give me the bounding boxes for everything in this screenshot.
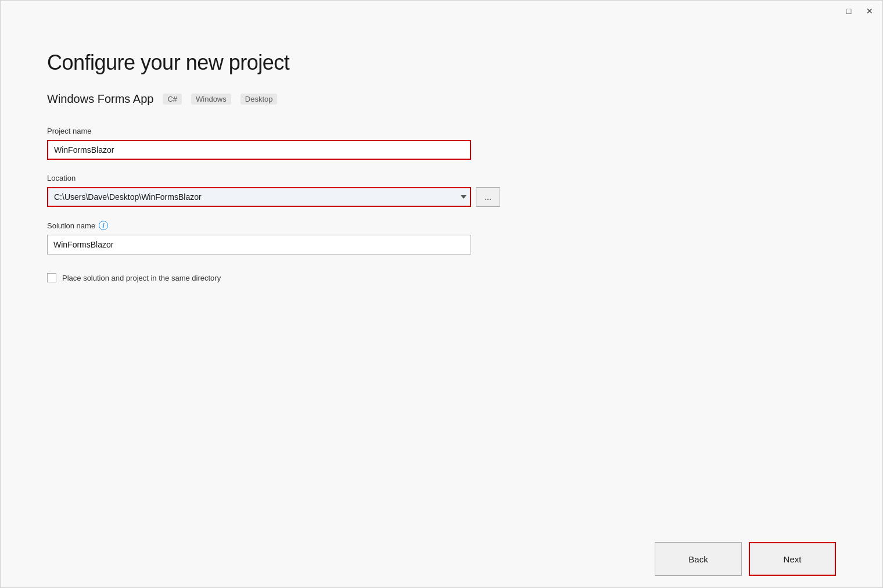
location-select[interactable]: C:\Users\Dave\Desktop\WinFormsBlazor bbox=[47, 187, 471, 207]
same-directory-row: Place solution and project in the same d… bbox=[47, 273, 836, 282]
close-button[interactable]: ✕ bbox=[864, 5, 875, 17]
solution-name-section: Solution name i bbox=[47, 221, 836, 254]
back-button[interactable]: Back bbox=[655, 542, 742, 576]
title-bar: □ ✕ bbox=[1, 1, 882, 21]
browse-button[interactable]: ... bbox=[476, 187, 500, 207]
maximize-button[interactable]: □ bbox=[843, 5, 855, 17]
location-row: C:\Users\Dave\Desktop\WinFormsBlazor ... bbox=[47, 187, 836, 207]
solution-name-input[interactable] bbox=[47, 235, 471, 254]
location-label: Location bbox=[47, 174, 836, 182]
solution-name-info-icon[interactable]: i bbox=[99, 221, 108, 230]
page-title: Configure your new project bbox=[47, 51, 836, 75]
project-type-name: Windows Forms App bbox=[47, 92, 153, 106]
location-section: Location C:\Users\Dave\Desktop\WinFormsB… bbox=[47, 174, 836, 207]
tag-desktop: Desktop bbox=[241, 94, 278, 105]
same-directory-label: Place solution and project in the same d… bbox=[62, 274, 221, 282]
project-name-input[interactable] bbox=[47, 140, 471, 160]
same-directory-checkbox[interactable] bbox=[47, 273, 56, 282]
next-button[interactable]: Next bbox=[749, 542, 836, 576]
project-name-label: Project name bbox=[47, 127, 836, 135]
window: □ ✕ Configure your new project Windows F… bbox=[0, 0, 883, 588]
location-select-wrapper: C:\Users\Dave\Desktop\WinFormsBlazor bbox=[47, 187, 471, 207]
content-area: Configure your new project Windows Forms… bbox=[1, 21, 882, 530]
project-name-section: Project name bbox=[47, 127, 836, 160]
tag-windows: Windows bbox=[191, 94, 231, 105]
solution-name-label: Solution name i bbox=[47, 221, 836, 230]
tag-csharp: C# bbox=[163, 94, 182, 105]
footer: Back Next bbox=[1, 530, 882, 587]
project-type-row: Windows Forms App C# Windows Desktop bbox=[47, 92, 836, 106]
